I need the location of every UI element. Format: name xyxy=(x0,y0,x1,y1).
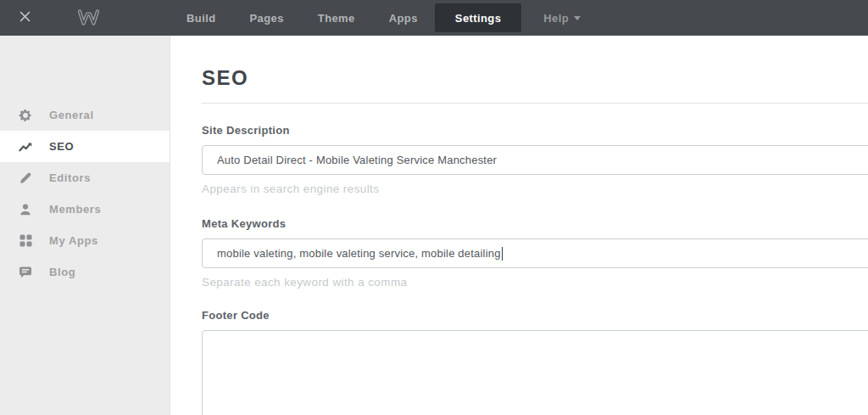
close-button[interactable] xyxy=(10,0,39,36)
tab-apps[interactable]: Apps xyxy=(372,0,435,36)
seo-settings-panel: SEO Site Description Appears in search e… xyxy=(202,36,868,415)
settings-sidebar: General SEO Editors xyxy=(0,36,170,415)
meta-keywords-helper: Separate each keyword with a comma xyxy=(202,276,868,289)
site-description-input[interactable] xyxy=(202,145,868,175)
tab-settings[interactable]: Settings xyxy=(435,3,521,32)
tab-pages[interactable]: Pages xyxy=(233,0,301,36)
sidebar-item-label: My Apps xyxy=(49,234,98,247)
sidebar-item-members[interactable]: Members xyxy=(0,193,170,225)
pencil-icon xyxy=(19,171,32,185)
sidebar-item-label: General xyxy=(49,109,94,121)
grid-icon xyxy=(19,234,32,248)
footer-code-label: Footer Code xyxy=(202,309,868,322)
sidebar-item-my-apps[interactable]: My Apps xyxy=(0,225,170,256)
chat-bubble-icon xyxy=(19,266,32,279)
weebly-logo xyxy=(77,8,100,31)
sidebar-item-seo[interactable]: SEO xyxy=(0,131,170,162)
weebly-editor-window: Build Pages Theme Apps Settings Help Gen… xyxy=(0,0,868,415)
site-description-label: Site Description xyxy=(202,124,868,137)
site-description-helper: Appears in search engine results xyxy=(202,182,868,195)
top-nav-tabs: Build Pages Theme Apps Settings Help xyxy=(170,0,587,36)
text-caret xyxy=(502,247,503,261)
trending-up-icon xyxy=(19,140,32,154)
meta-keywords-input[interactable]: mobile valeting, mobile valeting service… xyxy=(202,238,868,268)
tab-build[interactable]: Build xyxy=(170,0,233,36)
footer-code-textarea[interactable] xyxy=(202,330,868,415)
gear-icon xyxy=(19,109,32,122)
sidebar-item-label: Members xyxy=(49,203,101,216)
help-label: Help xyxy=(543,12,569,25)
top-navigation-bar: Build Pages Theme Apps Settings Help xyxy=(0,0,868,36)
caret-down-icon xyxy=(574,16,581,20)
sidebar-item-editors[interactable]: Editors xyxy=(0,162,170,193)
tab-help[interactable]: Help xyxy=(537,0,587,36)
sidebar-item-general[interactable]: General xyxy=(0,99,170,131)
sidebar-item-label: Editors xyxy=(49,171,91,184)
sidebar-item-blog[interactable]: Blog xyxy=(0,256,170,288)
tab-theme[interactable]: Theme xyxy=(301,0,372,36)
divider xyxy=(202,103,868,104)
person-icon xyxy=(19,203,32,216)
meta-keywords-value: mobile valeting, mobile valeting service… xyxy=(217,247,501,260)
sidebar-item-label: Blog xyxy=(49,266,75,278)
meta-keywords-label: Meta Keywords xyxy=(202,217,868,230)
page-title: SEO xyxy=(202,66,868,90)
sidebar-item-label: SEO xyxy=(49,140,74,153)
close-icon xyxy=(19,10,31,26)
